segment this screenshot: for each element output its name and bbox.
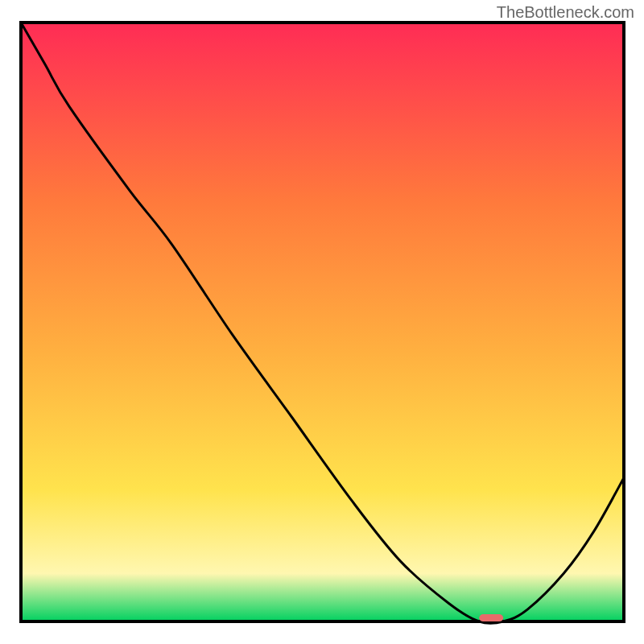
plot-background xyxy=(21,23,624,621)
watermark-text: TheBottleneck.com xyxy=(497,3,634,22)
chart-container: TheBottleneck.com xyxy=(0,0,644,644)
bottleneck-chart xyxy=(0,0,644,644)
optimal-marker xyxy=(479,614,503,621)
